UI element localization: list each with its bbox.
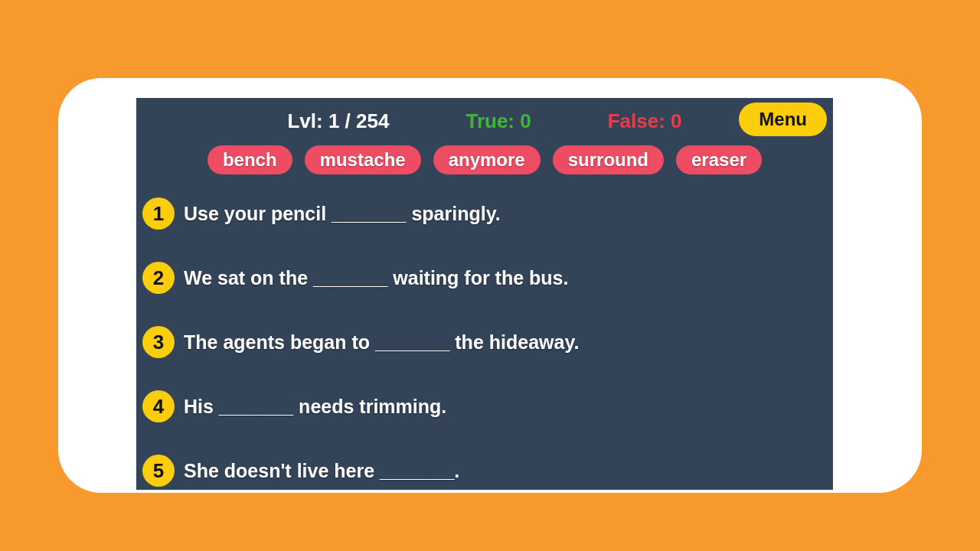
word-chip-surround[interactable]: surround [553, 145, 664, 174]
sentence-text: We sat on the _______ waiting for the bu… [184, 267, 568, 289]
sentence-text: His _______ needs trimming. [184, 396, 446, 418]
false-score: False: 0 [608, 109, 682, 133]
sentence-row[interactable]: 2 We sat on the _______ waiting for the … [142, 262, 833, 294]
word-chip-anymore[interactable]: anymore [433, 145, 541, 174]
stats-row: Lvl: 1 / 254 True: 0 False: 0 [136, 106, 833, 136]
sentence-number-badge: 5 [142, 455, 175, 487]
word-chip-mustache[interactable]: mustache [305, 145, 421, 174]
sentence-row[interactable]: 5 She doesn't live here _______. [142, 455, 833, 487]
sentence-list: 1 Use your pencil _______ sparingly. 2 W… [136, 197, 833, 487]
game-screen: Lvl: 1 / 254 True: 0 False: 0 Menu bench… [136, 98, 833, 490]
sentence-number-badge: 2 [142, 262, 175, 294]
word-chip-eraser[interactable]: eraser [676, 145, 762, 174]
level-indicator: Lvl: 1 / 254 [287, 109, 389, 133]
sentence-number-badge: 3 [142, 326, 175, 358]
word-bank: bench mustache anymore surround eraser [136, 145, 833, 174]
word-chip-bench[interactable]: bench [207, 145, 292, 174]
sentence-row[interactable]: 1 Use your pencil _______ sparingly. [142, 197, 833, 230]
true-score: True: 0 [466, 109, 531, 133]
menu-button[interactable]: Menu [739, 103, 827, 136]
sentence-number-badge: 1 [142, 197, 175, 230]
sentence-text: Use your pencil _______ sparingly. [184, 203, 501, 225]
top-bar: Lvl: 1 / 254 True: 0 False: 0 Menu bench… [136, 98, 833, 174]
sentence-text: She doesn't live here _______. [184, 460, 459, 482]
sentence-text: The agents began to _______ the hideaway… [184, 331, 579, 354]
sentence-number-badge: 4 [142, 390, 175, 422]
sentence-row[interactable]: 4 His _______ needs trimming. [142, 390, 833, 422]
sentence-row[interactable]: 3 The agents began to _______ the hideaw… [142, 326, 833, 358]
